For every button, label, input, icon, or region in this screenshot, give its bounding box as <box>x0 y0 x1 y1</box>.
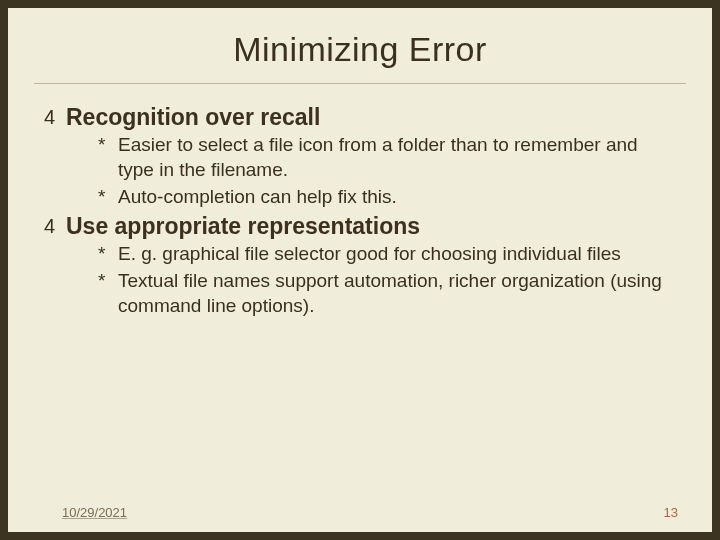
sub-bullet-text: Auto-completion can help fix this. <box>118 184 397 209</box>
bullet-level2: * Easier to select a file icon from a fo… <box>98 132 666 182</box>
slide-title: Minimizing Error <box>8 8 712 83</box>
bullet-marker-icon: 4 <box>44 104 66 130</box>
sub-bullet-text: Textual file names support automation, r… <box>118 268 666 318</box>
title-divider <box>34 83 686 84</box>
bullet-level2: * Auto-completion can help fix this. <box>98 184 666 209</box>
bullet-text: Recognition over recall <box>66 104 320 130</box>
bullet-level2: * Textual file names support automation,… <box>98 268 666 318</box>
sub-bullet-text: Easier to select a file icon from a fold… <box>118 132 666 182</box>
bullet-text: Use appropriate representations <box>66 213 420 239</box>
sub-bullet-list: * Easier to select a file icon from a fo… <box>44 132 676 209</box>
bullet-level2: * E. g. graphical file selector good for… <box>98 241 666 266</box>
footer-date: 10/29/2021 <box>62 505 127 520</box>
sub-bullet-marker-icon: * <box>98 132 118 157</box>
sub-bullet-marker-icon: * <box>98 184 118 209</box>
bullet-level1: 4 Use appropriate representations <box>44 213 676 239</box>
sub-bullet-text: E. g. graphical file selector good for c… <box>118 241 621 266</box>
slide-footer: 10/29/2021 13 <box>8 505 712 520</box>
bullet-marker-icon: 4 <box>44 213 66 239</box>
bullet-level1: 4 Recognition over recall <box>44 104 676 130</box>
sub-bullet-marker-icon: * <box>98 268 118 293</box>
footer-page-number: 13 <box>664 505 678 520</box>
slide-content: 4 Recognition over recall * Easier to se… <box>8 94 712 318</box>
slide-frame: Minimizing Error 4 Recognition over reca… <box>0 0 720 540</box>
sub-bullet-list: * E. g. graphical file selector good for… <box>44 241 676 318</box>
sub-bullet-marker-icon: * <box>98 241 118 266</box>
slide: Minimizing Error 4 Recognition over reca… <box>8 8 712 532</box>
